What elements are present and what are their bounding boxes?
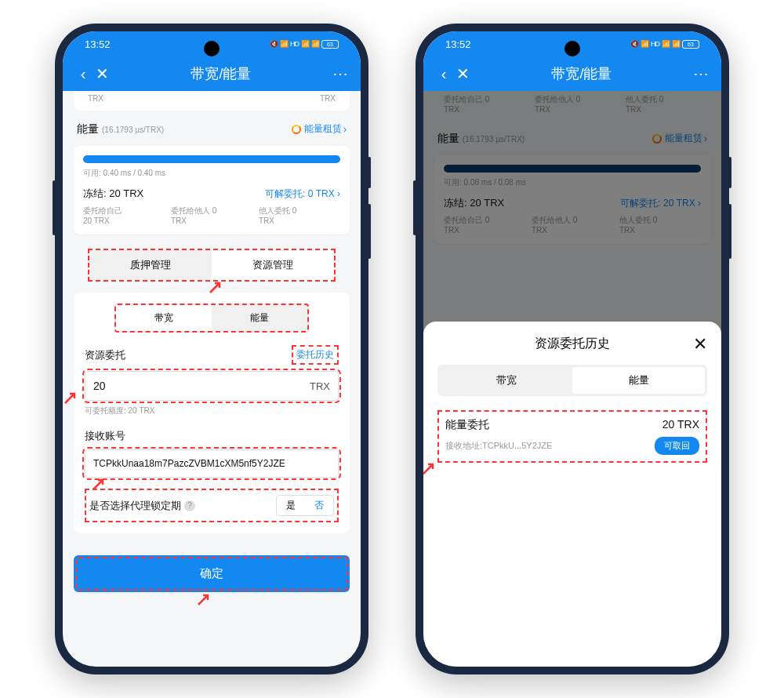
hist-address: 接收地址:TCPkkU...5Y2JZE xyxy=(445,440,552,452)
arrow-annotation xyxy=(114,328,119,333)
close-icon[interactable]: ✕ xyxy=(453,64,472,83)
status-time: 13:52 xyxy=(85,38,111,50)
mini-tab-bandwidth[interactable]: 带宽 xyxy=(116,305,212,331)
energy-progress xyxy=(83,155,340,163)
chevron-right-icon: › xyxy=(343,124,347,135)
signal-icon: 📶 xyxy=(662,40,670,48)
trx-label: TRX xyxy=(88,94,103,103)
arrow-annotation xyxy=(207,277,226,296)
page-title: 带宽/能量 xyxy=(472,64,691,83)
mini-tab-energy[interactable]: 能量 xyxy=(212,305,307,331)
help-icon[interactable]: ? xyxy=(184,500,195,511)
option-no[interactable]: 否 xyxy=(305,496,333,515)
status-indicators: 🔇 📶 HD 📶 📶 63 xyxy=(270,40,339,49)
mute-icon: 🔇 xyxy=(630,40,638,48)
phone-right: 13:52 🔇 📶 HD 📶 📶 63 ‹ ✕ 带宽/能量 ⋯ 委托给自己 0T… xyxy=(416,24,729,674)
delegate-label: 资源委托 xyxy=(85,348,125,362)
signal-icon-2: 📶 xyxy=(672,40,680,48)
arrow-annotation xyxy=(63,387,81,406)
hist-name: 能量委托 xyxy=(445,418,489,432)
ring-icon xyxy=(292,125,301,134)
tab-resource[interactable]: 资源管理 xyxy=(212,250,334,280)
camera-notch xyxy=(204,41,220,56)
sheet-title: 资源委托历史 xyxy=(535,336,610,352)
camera-notch xyxy=(564,41,580,56)
energy-title: 能量 xyxy=(77,122,99,135)
more-icon[interactable]: ⋯ xyxy=(331,64,350,83)
back-icon[interactable]: ‹ xyxy=(74,65,93,83)
hist-amount: 20 TRX xyxy=(662,418,699,432)
resource-type-tabs: 带宽 能量 xyxy=(114,304,309,333)
sheet-tab-bandwidth[interactable]: 带宽 xyxy=(440,367,572,394)
arrow-annotation xyxy=(423,458,439,477)
arrow-annotation xyxy=(90,474,109,493)
sheet-tab-energy[interactable]: 能量 xyxy=(572,367,705,394)
signal-icon-2: 📶 xyxy=(311,40,319,48)
sheet-close-icon[interactable]: ✕ xyxy=(693,334,707,354)
unstakeable-link[interactable]: 可解委托: 0 TRX › xyxy=(265,187,340,201)
frozen-amount: 冻结: 20 TRX xyxy=(83,187,143,201)
confirm-button[interactable]: 确定 xyxy=(74,555,350,592)
energy-rent-link[interactable]: 能量租赁› xyxy=(292,122,347,136)
energy-available: 可用: 0.40 ms / 0.40 ms xyxy=(83,168,340,179)
lock-period-row: 是否选择代理锁定期? 是 否 xyxy=(85,489,339,522)
main-tabs: 质押管理 资源管理 xyxy=(88,249,336,282)
mute-icon: 🔇 xyxy=(270,40,278,48)
amount-input[interactable]: 20 TRX xyxy=(85,371,339,401)
more-icon[interactable]: ⋯ xyxy=(691,64,710,83)
arrow-annotation xyxy=(195,589,214,608)
back-icon[interactable]: ‹ xyxy=(434,65,453,83)
option-yes[interactable]: 是 xyxy=(277,496,305,515)
history-item: 能量委托 20 TRX 接收地址:TCPkkU...5Y2JZE 可取回 xyxy=(437,410,707,463)
close-icon[interactable]: ✕ xyxy=(93,64,111,83)
status-indicators: 🔇 📶 HD 📶 📶 63 xyxy=(630,40,699,49)
battery-icon: 63 xyxy=(682,40,699,49)
status-time: 13:52 xyxy=(445,38,471,50)
wifi-icon: 📶 xyxy=(641,40,648,48)
signal-icon: 📶 xyxy=(301,40,309,48)
reclaim-button[interactable]: 可取回 xyxy=(655,437,699,455)
address-input[interactable]: TCPkkUnaa18m7PazcZVBM1cXM5nf5Y2JZE xyxy=(85,449,339,478)
hd-icon: HD xyxy=(651,40,659,48)
battery-icon: 63 xyxy=(321,40,339,49)
wifi-icon: 📶 xyxy=(280,40,288,48)
energy-rate: (16.1793 µs/TRX) xyxy=(102,125,164,134)
available-hint: 可委托额度: 20 TRX xyxy=(85,405,339,416)
tab-stake[interactable]: 质押管理 xyxy=(89,250,212,280)
history-link[interactable]: 委托历史 xyxy=(292,345,339,365)
history-sheet: 资源委托历史 ✕ 带宽 能量 能量委托 20 TRX 接收地址:TCPkkU..… xyxy=(423,322,721,667)
phone-left: 13:52 🔇 📶 HD 📶 📶 63 ‹ ✕ 带宽/能量 ⋯ TRXTRX 能… xyxy=(55,24,368,674)
app-header: ‹ ✕ 带宽/能量 ⋯ xyxy=(63,56,361,91)
sheet-tabs: 带宽 能量 xyxy=(437,365,707,396)
page-title: 带宽/能量 xyxy=(111,64,331,83)
receiver-label: 接收账号 xyxy=(85,429,125,443)
hd-icon: HD xyxy=(290,40,299,48)
app-header: ‹ ✕ 带宽/能量 ⋯ xyxy=(423,56,721,91)
yes-no-toggle[interactable]: 是 否 xyxy=(276,495,334,516)
